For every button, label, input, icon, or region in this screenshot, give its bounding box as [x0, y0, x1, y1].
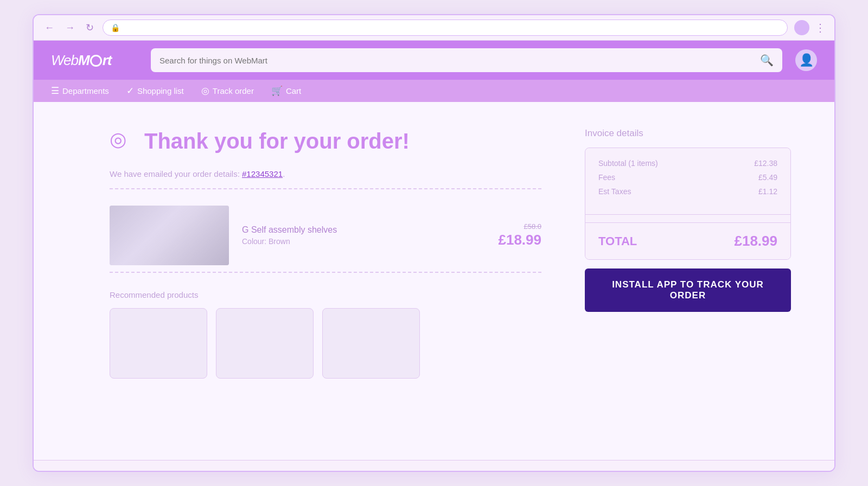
recommended-grid: [110, 308, 541, 379]
main-content: ◎ Thank you for your order! We have emai…: [34, 102, 834, 460]
user-avatar[interactable]: 👤: [795, 49, 817, 71]
search-bar[interactable]: 🔍: [151, 48, 782, 72]
recommended-card-3[interactable]: [322, 308, 420, 379]
order-number-link[interactable]: #12345321: [242, 169, 283, 178]
nav-item-cart[interactable]: 🛒 Cart: [271, 85, 301, 97]
address-input[interactable]: [124, 23, 780, 32]
order-section: ◎ Thank you for your order! We have emai…: [110, 128, 541, 434]
taxes-label: Est Taxes: [598, 187, 631, 196]
order-email-text: We have emailed your order details: #123…: [110, 169, 541, 178]
invoice-row-taxes: Est Taxes £1.12: [598, 187, 777, 196]
track-order-icon: ◎: [201, 85, 209, 97]
nav-label-departments: Departments: [62, 86, 109, 95]
nav-item-track-order[interactable]: ◎ Track order: [201, 85, 254, 97]
nav-item-shopping-list[interactable]: ✓ Shopping list: [126, 85, 184, 97]
price-sale: £18.99: [498, 232, 541, 248]
subtotal-label: Subtotal (1 items): [598, 159, 658, 168]
address-bar[interactable]: 🔒: [103, 20, 788, 36]
cart-icon: 🛒: [271, 85, 283, 97]
email-text-prefix: We have emailed your order details:: [110, 169, 240, 178]
invoice-section: Invoice details Subtotal (1 items) £12.3…: [585, 128, 791, 434]
thank-you-title: Thank you for your order!: [144, 129, 410, 154]
browser-profile-dot: [794, 20, 809, 35]
logo-m: M: [78, 52, 90, 68]
product-image: [110, 206, 229, 265]
invoice-row-subtotal: Subtotal (1 items) £12.38: [598, 159, 777, 168]
product-name: G Self assembly shelves: [242, 225, 485, 235]
invoice-box: Subtotal (1 items) £12.38 Fees £5.49 Est…: [585, 148, 790, 207]
install-app-button[interactable]: INSTALL APP TO TRACK YOUR ORDER: [585, 268, 791, 312]
logo-web: Web: [51, 52, 78, 68]
nav-item-departments[interactable]: ☰ Departments: [51, 85, 109, 97]
site-nav: ☰ Departments ✓ Shopping list ◎ Track or…: [34, 80, 834, 102]
total-amount: £18.99: [734, 233, 777, 250]
product-price: £58.0 £18.99: [498, 222, 541, 248]
invoice-divider: [585, 214, 790, 215]
site-logo[interactable]: WebMrt: [51, 52, 138, 69]
nav-label-cart: Cart: [286, 86, 301, 95]
search-input[interactable]: [159, 56, 755, 65]
price-original: £58.0: [498, 222, 541, 231]
recommended-section: Recommended products: [110, 290, 541, 379]
forward-button[interactable]: →: [63, 21, 77, 35]
total-label: TOTAL: [598, 234, 637, 248]
lock-icon: 🔒: [111, 23, 120, 32]
search-button[interactable]: 🔍: [760, 54, 774, 67]
browser-chrome: ← → ↻ 🔒 ⋮: [34, 15, 834, 41]
user-icon: 👤: [799, 53, 814, 67]
product-image-placeholder: [110, 206, 229, 265]
shopping-list-icon: ✓: [126, 85, 134, 97]
browser-menu-button[interactable]: ⋮: [815, 21, 826, 34]
fees-label: Fees: [598, 173, 615, 182]
recommended-title: Recommended products: [110, 290, 541, 299]
recommended-card-1[interactable]: [110, 308, 207, 379]
nav-label-track-order: Track order: [213, 86, 254, 95]
fees-value: £5.49: [758, 173, 777, 182]
logo-o: [90, 55, 102, 67]
invoice-card: Subtotal (1 items) £12.38 Fees £5.49 Est…: [585, 148, 791, 260]
departments-icon: ☰: [51, 85, 59, 97]
thank-you-icon: ◎: [110, 128, 136, 154]
site-header: WebMrt 🔍 👤: [34, 41, 834, 80]
thank-you-header: ◎ Thank you for your order!: [110, 128, 541, 154]
email-text-suffix: .: [283, 169, 285, 178]
order-divider-top: [110, 188, 541, 189]
product-color: Colour: Brown: [242, 237, 485, 246]
taxes-value: £1.12: [758, 187, 777, 196]
invoice-total-row: TOTAL £18.99: [585, 222, 790, 259]
browser-window: ← → ↻ 🔒 ⋮ WebMrt 🔍 👤 ☰ Departments: [33, 14, 835, 472]
browser-bottom-bar: [34, 460, 834, 471]
browser-actions: ⋮: [794, 20, 826, 35]
recommended-card-2[interactable]: [216, 308, 314, 379]
nav-label-shopping-list: Shopping list: [137, 86, 184, 95]
logo-rt: rt: [103, 52, 112, 68]
order-divider-bottom: [110, 272, 541, 273]
order-item: G Self assembly shelves Colour: Brown £5…: [110, 199, 541, 272]
back-button[interactable]: ←: [42, 21, 56, 35]
product-info: G Self assembly shelves Colour: Brown: [242, 225, 485, 246]
invoice-row-fees: Fees £5.49: [598, 173, 777, 182]
refresh-button[interactable]: ↻: [84, 21, 96, 35]
subtotal-value: £12.38: [754, 159, 777, 168]
invoice-title: Invoice details: [585, 128, 791, 139]
